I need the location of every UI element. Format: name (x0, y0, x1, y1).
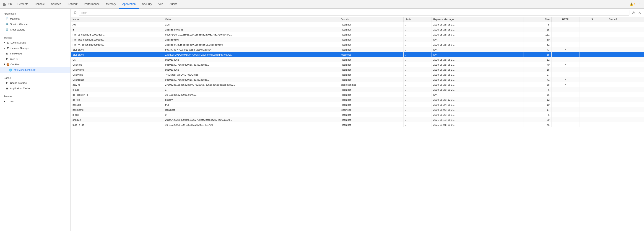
sidebar-item-localhost[interactable]: 🌐 http://localhost:8202 (0, 67, 70, 73)
cookies-icon: 🍪 (6, 63, 10, 66)
col-header-http[interactable]: HTTP (552, 17, 579, 22)
table-row[interactable]: smidV220190425225400def513222708dfa3bafe… (71, 117, 644, 122)
table-row[interactable]: UNu010633266.csdn.net/2020-05-25T08:1...… (71, 57, 644, 62)
table-row[interactable]: dc_tosps3rov.csdn.net/2019-05-26T12:3...… (71, 97, 644, 102)
table-cell: / (404, 22, 432, 27)
col-header-size[interactable]: Size (524, 17, 552, 22)
table-cell: smidV2 (71, 117, 163, 122)
col-header-domain[interactable]: Domain (339, 17, 404, 22)
sidebar-item-app-cache[interactable]: ⊞ Application Cache (0, 86, 70, 91)
tab-console[interactable]: Console (32, 0, 48, 9)
table-cell: .csdn.net (339, 27, 404, 32)
table-cell (607, 67, 644, 72)
table-row[interactable]: uuid_tt_dd10_10228965190-1558858287081-4… (71, 122, 644, 127)
tab-vue[interactable]: Vue (155, 0, 166, 9)
sidebar-item-session-storage[interactable]: ▶ ⊞ Session Storage (0, 45, 70, 51)
table-row[interactable]: UserNick_%E5%8F%8C%E7%9C%B8.csdn.net/201… (71, 72, 644, 77)
table-row[interactable]: SESSION5973774a-4792-4f21-a554-f2c6041db… (71, 47, 644, 52)
table-cell: 12 (524, 57, 552, 62)
sidebar-item-manifest[interactable]: 📄 Manifest (0, 16, 70, 21)
table-cell: 5973774a-4792-4f21-a554-f2c6041db8b4 (163, 47, 339, 52)
frames-section-title: Frames (0, 93, 70, 99)
sidebar-item-cookies[interactable]: ▶ 🍪 Cookies (0, 62, 70, 67)
table-cell: 2019-05-26T12:3... (431, 97, 524, 102)
table-cell (579, 52, 607, 57)
sidebar-item-indexeddb[interactable]: ⊞ IndexedDB (0, 51, 70, 56)
device-icon[interactable] (8, 2, 12, 6)
table-cell: acw_tc (71, 82, 163, 87)
table-cell (579, 32, 607, 37)
tab-memory[interactable]: Memory (103, 0, 119, 9)
table-cell: Hm_ct_6bcd52f51e9b3dce... (71, 32, 163, 37)
col-header-s[interactable]: S... (579, 17, 607, 22)
table-row[interactable]: hostnamelocalhostlocalhost/2019-06-02T08… (71, 107, 644, 112)
table-cell: 0 (163, 112, 339, 117)
table-row[interactable]: c_adb1.csdn.net/2019-05-26T09:2...6 (71, 87, 644, 92)
table-cell: AU (71, 22, 163, 27)
table-cell: / (404, 57, 432, 62)
col-header-path[interactable]: Path (404, 17, 432, 22)
table-cell: 20190425225400def513222708dfa3bafeee2824… (163, 117, 339, 122)
sidebar-item-service-workers[interactable]: ⚙️ Service Workers (0, 21, 70, 27)
col-header-name[interactable]: Name (71, 17, 163, 22)
inspect-icon[interactable] (3, 2, 7, 6)
table-cell (552, 22, 579, 27)
sidebar-item-local-storage[interactable]: ▶ ⊞ Local Storage (0, 40, 70, 45)
refresh-button[interactable] (72, 10, 78, 15)
table-cell (552, 87, 579, 92)
sidebar-item-web-sql[interactable]: ⊞ Web SQL (0, 56, 70, 62)
table-row[interactable]: p_uid0.csdn.net/2019-06-25T08:1...6 (71, 112, 644, 117)
table-cell: 10_10228965190-1558858287081-481710 (163, 122, 339, 127)
tab-elements[interactable]: Elements (14, 0, 32, 9)
table-cell (552, 92, 579, 97)
tab-security[interactable]: Security (139, 0, 155, 9)
table-cell: .csdn.net (339, 112, 404, 117)
table-row[interactable]: hasSubtrue.csdn.net/2019-05-27T08:1...10 (71, 102, 644, 107)
filter-input[interactable] (79, 10, 630, 15)
app-section-title: Application (0, 10, 70, 16)
tab-network[interactable]: Network (64, 0, 81, 9)
table-cell: ZWNjZTMyZGMtMDQ4Yy00OTQzLThmNjEtMzNhNTc5… (163, 52, 339, 57)
sidebar-item-top[interactable]: ▶ ▭ top (0, 99, 70, 104)
table-row[interactable]: UserInfo93808ac077e54e899fa77d93b1d6cda1… (71, 62, 644, 67)
table-row[interactable]: BT1558858404046.csdn.net/2020-05-25T08:1… (71, 27, 644, 32)
tab-application[interactable]: Application (119, 0, 139, 9)
table-cell: Hm_lpvt_6bcd52f51e9b3dc... (71, 37, 163, 42)
table-cell: 6525*1*10_10228965190-1558858287081-4817… (163, 32, 339, 37)
tab-audits[interactable]: Audits (166, 0, 180, 9)
cookie-table: Name Value Domain Path Expires / Max-Age… (71, 17, 644, 127)
col-header-sames[interactable]: SameS (607, 17, 644, 22)
col-header-value[interactable]: Value (163, 17, 339, 22)
table-cell: 2025-01-01T00:0... (431, 122, 524, 127)
table-cell: / (404, 97, 432, 102)
table-row[interactable]: dc_session_id10_1558858287081.604691.csd… (71, 92, 644, 97)
table-cell: / (404, 52, 432, 57)
table-cell: .csdn.net (339, 67, 404, 72)
table-cell: localhost (163, 107, 339, 112)
sidebar-item-clear-storage[interactable]: 🗑️ Clear storage (0, 27, 70, 32)
table-row[interactable]: Hm_ct_6bcd52f51e9b3dce...6525*1*10_10228… (71, 32, 644, 37)
table-cell: ps3rov (163, 97, 339, 102)
table-row[interactable]: UserNameu010633266.csdn.net/2019-06-25T0… (71, 67, 644, 72)
more-options-icon[interactable]: ⋮ (637, 2, 641, 6)
table-row[interactable]: SESSIONZWNjZTMyZGMtMDQ4Yy00OTQzLThmNjEtM… (71, 52, 644, 57)
table-cell: hostname (71, 107, 163, 112)
sidebar-item-cache-storage[interactable]: ⊟ Cache Storage (0, 80, 70, 86)
table-cell (552, 67, 579, 72)
table-row[interactable]: UserToken93808ac077e54e899fa77d93b1d6cda… (71, 77, 644, 82)
col-header-expires[interactable]: Expires / Max-Age (431, 17, 524, 22)
table-cell: 43 (524, 47, 552, 52)
clear-filter-button[interactable] (631, 10, 636, 15)
table-cell: / (404, 37, 432, 42)
close-button[interactable] (637, 10, 642, 15)
table-cell: dc_session_id (71, 92, 163, 97)
table-cell (607, 107, 644, 112)
table-row[interactable]: acw_tc276082851558858287070782606e7b0536… (71, 82, 644, 87)
tab-bar-right: ⚠️ 1 ⋮ (630, 2, 643, 6)
tab-performance[interactable]: Performance (81, 0, 103, 9)
table-row[interactable]: Hm_lvt_6bcd52f51e9b3dce...1558858438,155… (71, 42, 644, 47)
table-row[interactable]: AU1D5.csdn.net/2019-06-25T08:1...5 (71, 22, 644, 27)
tab-sources[interactable]: Sources (48, 0, 64, 9)
warning-badge[interactable]: ⚠️ 1 (630, 2, 635, 6)
table-row[interactable]: Hm_lpvt_6bcd52f51e9b3dc...1558859504.csd… (71, 37, 644, 42)
